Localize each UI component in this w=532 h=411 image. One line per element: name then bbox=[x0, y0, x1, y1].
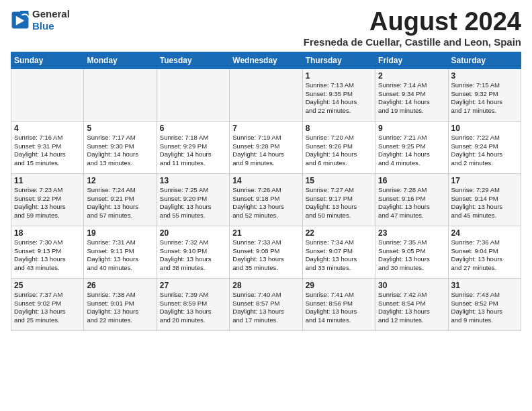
day-number: 22 bbox=[306, 228, 372, 238]
calendar-week-row: 25Sunrise: 7:37 AM Sunset: 9:02 PM Dayli… bbox=[11, 278, 521, 330]
day-info: Sunrise: 7:14 AM Sunset: 9:34 PM Dayligh… bbox=[378, 81, 445, 116]
day-info: Sunrise: 7:41 AM Sunset: 8:56 PM Dayligh… bbox=[306, 291, 372, 325]
table-row: 13Sunrise: 7:25 AM Sunset: 9:20 PM Dayli… bbox=[157, 173, 229, 226]
table-row bbox=[230, 68, 302, 121]
table-row: 3Sunrise: 7:15 AM Sunset: 9:32 PM Daylig… bbox=[448, 68, 521, 121]
col-wednesday: Wednesday bbox=[230, 52, 302, 68]
table-row: 6Sunrise: 7:18 AM Sunset: 9:29 PM Daylig… bbox=[157, 121, 229, 173]
table-row: 10Sunrise: 7:22 AM Sunset: 9:24 PM Dayli… bbox=[448, 121, 521, 173]
table-row: 19Sunrise: 7:31 AM Sunset: 9:11 PM Dayli… bbox=[84, 226, 157, 278]
day-info: Sunrise: 7:36 AM Sunset: 9:04 PM Dayligh… bbox=[451, 238, 518, 273]
main-title: August 2024 bbox=[304, 8, 521, 36]
day-info: Sunrise: 7:32 AM Sunset: 9:10 PM Dayligh… bbox=[160, 238, 226, 273]
table-row: 21Sunrise: 7:33 AM Sunset: 9:08 PM Dayli… bbox=[230, 226, 302, 278]
day-number: 19 bbox=[87, 228, 153, 238]
page-container: General Blue August 2024 Fresneda de Cue… bbox=[0, 0, 532, 336]
day-number: 14 bbox=[232, 176, 299, 185]
day-number: 29 bbox=[306, 281, 372, 290]
day-info: Sunrise: 7:24 AM Sunset: 9:21 PM Dayligh… bbox=[87, 186, 153, 220]
table-row: 25Sunrise: 7:37 AM Sunset: 9:02 PM Dayli… bbox=[11, 278, 84, 330]
day-info: Sunrise: 7:21 AM Sunset: 9:25 PM Dayligh… bbox=[378, 134, 445, 168]
day-number: 15 bbox=[306, 176, 372, 185]
calendar-header-row: Sunday Monday Tuesday Wednesday Thursday… bbox=[11, 52, 521, 68]
calendar-table: Sunday Monday Tuesday Wednesday Thursday… bbox=[11, 52, 521, 331]
table-row: 5Sunrise: 7:17 AM Sunset: 9:30 PM Daylig… bbox=[84, 121, 157, 173]
col-monday: Monday bbox=[84, 52, 157, 68]
day-number: 3 bbox=[451, 71, 518, 81]
day-info: Sunrise: 7:19 AM Sunset: 9:28 PM Dayligh… bbox=[232, 134, 299, 168]
day-number: 28 bbox=[232, 281, 299, 290]
day-info: Sunrise: 7:15 AM Sunset: 9:32 PM Dayligh… bbox=[451, 81, 518, 116]
table-row: 14Sunrise: 7:26 AM Sunset: 9:18 PM Dayli… bbox=[230, 173, 302, 226]
table-row: 22Sunrise: 7:34 AM Sunset: 9:07 PM Dayli… bbox=[302, 226, 375, 278]
day-info: Sunrise: 7:27 AM Sunset: 9:17 PM Dayligh… bbox=[306, 186, 372, 220]
table-row bbox=[11, 68, 84, 121]
table-row: 7Sunrise: 7:19 AM Sunset: 9:28 PM Daylig… bbox=[230, 121, 302, 173]
day-info: Sunrise: 7:23 AM Sunset: 9:22 PM Dayligh… bbox=[14, 186, 81, 220]
col-sunday: Sunday bbox=[11, 52, 84, 68]
day-number: 11 bbox=[14, 176, 81, 185]
table-row: 9Sunrise: 7:21 AM Sunset: 9:25 PM Daylig… bbox=[375, 121, 448, 173]
day-info: Sunrise: 7:33 AM Sunset: 9:08 PM Dayligh… bbox=[232, 238, 299, 273]
table-row: 1Sunrise: 7:13 AM Sunset: 9:35 PM Daylig… bbox=[302, 68, 375, 121]
table-row bbox=[157, 68, 229, 121]
day-info: Sunrise: 7:16 AM Sunset: 9:31 PM Dayligh… bbox=[14, 134, 81, 168]
table-row: 24Sunrise: 7:36 AM Sunset: 9:04 PM Dayli… bbox=[448, 226, 521, 278]
col-tuesday: Tuesday bbox=[157, 52, 229, 68]
day-number: 6 bbox=[160, 124, 226, 133]
table-row: 4Sunrise: 7:16 AM Sunset: 9:31 PM Daylig… bbox=[11, 121, 84, 173]
table-row: 2Sunrise: 7:14 AM Sunset: 9:34 PM Daylig… bbox=[375, 68, 448, 121]
day-info: Sunrise: 7:28 AM Sunset: 9:16 PM Dayligh… bbox=[378, 186, 445, 220]
calendar-week-row: 18Sunrise: 7:30 AM Sunset: 9:13 PM Dayli… bbox=[11, 226, 521, 278]
day-info: Sunrise: 7:17 AM Sunset: 9:30 PM Dayligh… bbox=[87, 134, 153, 168]
day-info: Sunrise: 7:29 AM Sunset: 9:14 PM Dayligh… bbox=[451, 186, 518, 220]
day-number: 30 bbox=[378, 281, 445, 290]
day-number: 1 bbox=[306, 71, 372, 81]
day-info: Sunrise: 7:42 AM Sunset: 8:54 PM Dayligh… bbox=[378, 291, 445, 325]
table-row: 16Sunrise: 7:28 AM Sunset: 9:16 PM Dayli… bbox=[375, 173, 448, 226]
day-number: 24 bbox=[451, 228, 518, 238]
day-info: Sunrise: 7:20 AM Sunset: 9:26 PM Dayligh… bbox=[306, 134, 372, 168]
day-info: Sunrise: 7:43 AM Sunset: 8:52 PM Dayligh… bbox=[451, 291, 518, 325]
table-row: 28Sunrise: 7:40 AM Sunset: 8:57 PM Dayli… bbox=[230, 278, 302, 330]
day-number: 17 bbox=[451, 176, 518, 185]
logo-icon bbox=[11, 11, 30, 30]
table-row: 18Sunrise: 7:30 AM Sunset: 9:13 PM Dayli… bbox=[11, 226, 84, 278]
day-number: 9 bbox=[378, 124, 445, 133]
table-row: 15Sunrise: 7:27 AM Sunset: 9:17 PM Dayli… bbox=[302, 173, 375, 226]
day-number: 27 bbox=[160, 281, 226, 290]
header: General Blue August 2024 Fresneda de Cue… bbox=[11, 8, 521, 48]
day-number: 13 bbox=[160, 176, 226, 185]
day-info: Sunrise: 7:37 AM Sunset: 9:02 PM Dayligh… bbox=[14, 291, 81, 325]
col-saturday: Saturday bbox=[448, 52, 521, 68]
day-number: 23 bbox=[378, 228, 445, 238]
day-number: 16 bbox=[378, 176, 445, 185]
day-info: Sunrise: 7:40 AM Sunset: 8:57 PM Dayligh… bbox=[232, 291, 299, 325]
table-row: 31Sunrise: 7:43 AM Sunset: 8:52 PM Dayli… bbox=[448, 278, 521, 330]
col-friday: Friday bbox=[375, 52, 448, 68]
table-row: 8Sunrise: 7:20 AM Sunset: 9:26 PM Daylig… bbox=[302, 121, 375, 173]
table-row: 27Sunrise: 7:39 AM Sunset: 8:59 PM Dayli… bbox=[157, 278, 229, 330]
table-row bbox=[84, 68, 157, 121]
subtitle: Fresneda de Cuellar, Castille and Leon, … bbox=[304, 36, 521, 48]
day-info: Sunrise: 7:22 AM Sunset: 9:24 PM Dayligh… bbox=[451, 134, 518, 168]
day-number: 31 bbox=[451, 281, 518, 290]
day-info: Sunrise: 7:30 AM Sunset: 9:13 PM Dayligh… bbox=[14, 238, 81, 273]
table-row: 12Sunrise: 7:24 AM Sunset: 9:21 PM Dayli… bbox=[84, 173, 157, 226]
calendar-week-row: 4Sunrise: 7:16 AM Sunset: 9:31 PM Daylig… bbox=[11, 121, 521, 173]
day-info: Sunrise: 7:26 AM Sunset: 9:18 PM Dayligh… bbox=[232, 186, 299, 220]
logo: General Blue bbox=[11, 8, 70, 32]
day-number: 25 bbox=[14, 281, 81, 290]
title-block: August 2024 Fresneda de Cuellar, Castill… bbox=[304, 8, 521, 48]
day-number: 12 bbox=[87, 176, 153, 185]
day-info: Sunrise: 7:38 AM Sunset: 9:01 PM Dayligh… bbox=[87, 291, 153, 325]
calendar-week-row: 1Sunrise: 7:13 AM Sunset: 9:35 PM Daylig… bbox=[11, 68, 521, 121]
day-info: Sunrise: 7:39 AM Sunset: 8:59 PM Dayligh… bbox=[160, 291, 226, 325]
table-row: 26Sunrise: 7:38 AM Sunset: 9:01 PM Dayli… bbox=[84, 278, 157, 330]
day-info: Sunrise: 7:18 AM Sunset: 9:29 PM Dayligh… bbox=[160, 134, 226, 168]
day-info: Sunrise: 7:25 AM Sunset: 9:20 PM Dayligh… bbox=[160, 186, 226, 220]
day-number: 5 bbox=[87, 124, 153, 133]
table-row: 29Sunrise: 7:41 AM Sunset: 8:56 PM Dayli… bbox=[302, 278, 375, 330]
day-number: 20 bbox=[160, 228, 226, 238]
day-number: 26 bbox=[87, 281, 153, 290]
